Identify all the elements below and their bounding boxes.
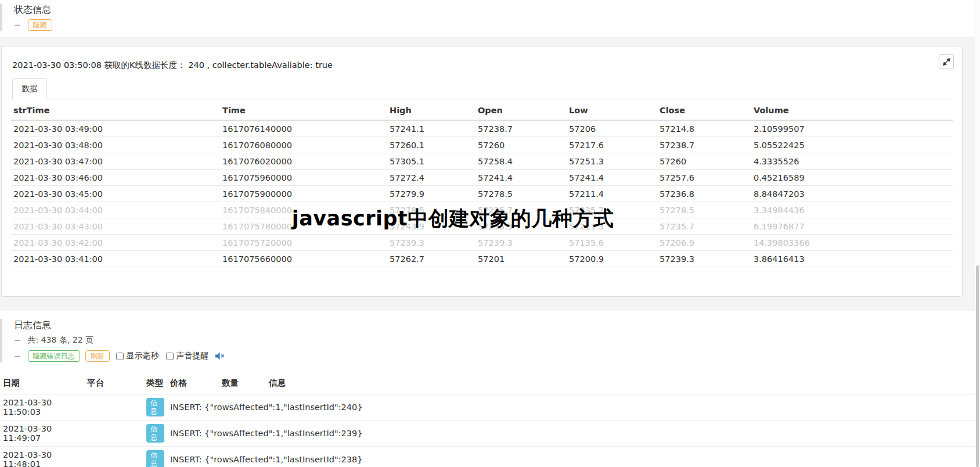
kline-cell-volume: 2.10599507 [751,120,953,137]
expand-icon [943,58,950,66]
kline-table: strTimeTimeHighOpenLowCloseVolume 2021-0… [11,101,953,267]
show-milliseconds-checkbox[interactable] [116,353,124,360]
kline-cell-time: 1617075840000 [220,202,387,218]
log-section: 日志信息 − 共: 438 条, 22 页 − 隐藏错误日志 刷新 显示毫秒 声… [0,311,980,467]
kline-cell-open: 57235.7 [475,202,567,218]
show-milliseconds-label: 显示毫秒 [127,351,159,361]
kline-cell-close: 57257.6 [657,170,751,186]
expand-panel-button[interactable] [939,54,954,69]
kline-cell-time: 1617076080000 [220,137,387,153]
kline-cell-open: 57235.9 [475,218,567,235]
kline-cell-close: 57278.5 [657,202,751,218]
tab-data[interactable]: 数据 [12,78,47,99]
status-collapse-toggle[interactable]: − [14,20,21,30]
kline-cell-volume: 4.3335526 [751,153,953,170]
kline-cell-open: 57258.4 [475,153,567,170]
log-column-header: 日期 [0,372,84,394]
kline-column-header: strTime [11,101,220,120]
kline-cell-low: 57211.4 [567,186,657,202]
kline-cell-volume: 6.19976877 [751,218,953,235]
log-cell-date: 2021-03-30 11:50:03 [0,394,84,421]
kline-cell-volume: 8.84847203 [751,186,953,202]
kline-cell-open: 57260 [475,137,567,153]
kline-table-row: 2021-03-30 03:44:00161707584000057278.55… [11,202,953,218]
log-cell-platform [84,394,143,421]
log-cell-message: INSERT: {"rowsAffected":1,"lastInsertId"… [167,447,980,467]
kline-cell-volume: 3.34984436 [751,202,953,218]
log-cell-platform [84,421,143,447]
kline-cell-time: 1617075900000 [220,186,387,202]
log-cell-message: INSERT: {"rowsAffected":1,"lastInsertId"… [167,421,980,447]
hide-status-button[interactable]: 隐藏 [28,19,52,31]
status-section-header: 状态信息 − 隐藏 [0,3,980,31]
log-cell-type: 信息 [143,421,167,447]
refresh-logs-button[interactable]: 刷新 [85,350,110,362]
kline-cell-high: 57262.7 [387,251,475,267]
kline-column-header: Low [567,101,657,120]
log-controls-collapse-toggle[interactable]: − [14,351,21,361]
kline-cell-low: 57235.7 [567,202,657,218]
kline-cell-low: 57251.3 [567,153,657,170]
hide-error-logs-button[interactable]: 隐藏错误日志 [28,350,80,362]
kline-cell-low: 57200.9 [567,251,657,267]
kline-table-row: 2021-03-30 03:49:00161707614000057241.15… [11,120,953,137]
kline-column-header: High [387,101,475,120]
kline-cell-open: 57238.7 [475,120,567,137]
kline-table-row: 2021-03-30 03:43:00161707578000057243.95… [11,218,953,235]
kline-cell-strTime: 2021-03-30 03:43:00 [11,218,220,235]
kline-cell-time: 1617075960000 [220,170,387,186]
kline-cell-strTime: 2021-03-30 03:44:00 [11,202,220,218]
kline-cell-volume: 14.39803366 [751,235,953,251]
log-column-header: 数量 [219,372,266,394]
sound-alert-label: 声音提醒 [176,351,209,361]
kline-cell-low: 57206 [567,120,657,137]
kline-cell-high: 57305.1 [387,153,475,170]
kline-table-header-row: strTimeTimeHighOpenLowCloseVolume [11,101,953,120]
kline-table-row: 2021-03-30 03:41:00161707566000057262.75… [11,251,953,267]
log-cell-type: 信息 [143,447,167,467]
kline-cell-low: 57241.4 [567,170,657,186]
kline-table-row: 2021-03-30 03:48:00161707608000057260.15… [11,137,953,153]
kline-cell-time: 1617075720000 [220,235,387,251]
log-cell-type: 信息 [143,394,167,421]
log-table-row: 2021-03-30 11:48:01信息INSERT: {"rowsAffec… [0,447,980,467]
kline-status-line: 2021-03-30 03:50:08 获取的K线数据长度： 240 , col… [11,56,953,71]
log-table-row: 2021-03-30 11:50:03信息INSERT: {"rowsAffec… [0,394,980,421]
kline-cell-high: 57278.5 [387,202,475,218]
log-cell-date: 2021-03-30 11:49:07 [0,421,84,447]
sound-alert-checkbox[interactable] [166,353,174,360]
kline-cell-volume: 0.45216589 [751,170,953,186]
kline-cell-high: 57272.4 [387,170,475,186]
log-cell-message: INSERT: {"rowsAffected":1,"lastInsertId"… [167,394,980,421]
log-summary-collapse-toggle[interactable]: − [14,335,21,346]
kline-cell-close: 57239.3 [657,251,751,267]
log-table-header-row: 日期平台类型价格数量信息 [0,372,980,394]
kline-cell-close: 57238.7 [657,137,751,153]
log-section-title: 日志信息 [14,319,980,331]
kline-cell-close: 57236.8 [657,186,751,202]
scrollbar-thumb[interactable] [976,265,979,467]
log-cell-platform [84,447,143,467]
status-section-title: 状态信息 [14,3,980,16]
log-column-header: 信息 [266,372,980,394]
kline-cell-high: 57239.3 [387,235,475,251]
kline-cell-strTime: 2021-03-30 03:42:00 [11,235,220,251]
kline-cell-close: 57214.8 [657,120,751,137]
kline-column-header: Open [475,101,567,120]
kline-cell-volume: 3.86416413 [751,251,953,267]
kline-cell-strTime: 2021-03-30 03:49:00 [11,120,220,137]
log-column-header: 平台 [84,372,143,394]
kline-cell-strTime: 2021-03-30 03:45:00 [11,186,220,202]
kline-cell-high: 57243.9 [387,218,475,235]
log-table: 日期平台类型价格数量信息 2021-03-30 11:50:03信息INSERT… [0,372,980,467]
kline-cell-high: 57279.9 [387,186,475,202]
kline-cell-volume: 5.05522425 [751,137,953,153]
log-cell-date: 2021-03-30 11:48:01 [0,447,84,467]
kline-table-row: 2021-03-30 03:45:00161707590000057279.95… [11,186,953,202]
kline-cell-strTime: 2021-03-30 03:41:00 [11,251,220,267]
log-column-header: 类型 [143,372,167,394]
kline-cell-open: 57201 [475,251,567,267]
kline-table-row: 2021-03-30 03:47:00161707602000057305.15… [11,153,953,170]
log-type-badge: 信息 [146,424,164,443]
kline-column-header: Volume [751,101,953,120]
